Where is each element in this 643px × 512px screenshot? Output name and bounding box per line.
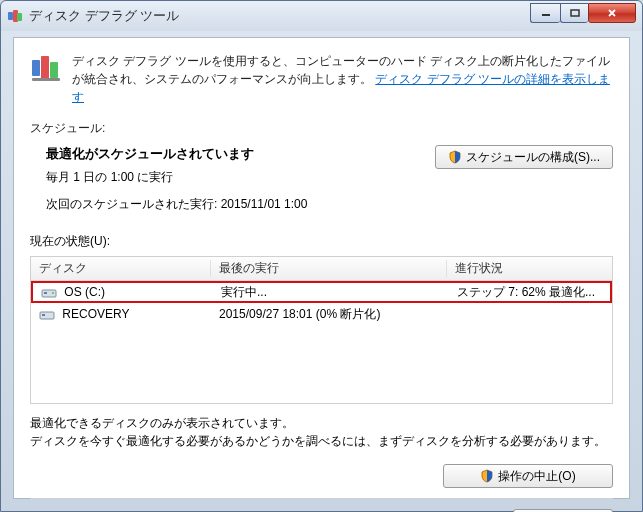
disk-list[interactable]: ディスク 最後の実行 進行状況 OS (C:) 実行中... ステップ 7: 6…	[30, 256, 613, 404]
window-frame: ディスク デフラグ ツール ディスク	[0, 0, 643, 512]
disk-name: RECOVERY	[62, 307, 129, 321]
column-last-run[interactable]: 最後の実行	[211, 260, 447, 277]
stop-button[interactable]: 操作の中止(O)	[443, 464, 613, 488]
window-title: ディスク デフラグ ツール	[29, 7, 530, 25]
app-icon	[7, 8, 23, 24]
drive-icon	[39, 307, 55, 321]
schedule-info: 最適化がスケジュールされています 毎月 1 日の 1:00 に実行 次回のスケジ…	[30, 145, 307, 227]
svg-rect-0	[8, 12, 13, 20]
schedule-next-run: 次回のスケジュールされた実行: 2015/11/01 1:00	[46, 196, 307, 213]
svg-point-11	[52, 292, 54, 294]
intro-section: ディスク デフラグ ツールを使用すると、コンピューターのハード ディスク上の断片…	[30, 52, 613, 106]
disk-row[interactable]: RECOVERY 2015/09/27 18:01 (0% 断片化)	[31, 303, 612, 325]
svg-rect-6	[41, 56, 49, 80]
close-button[interactable]	[588, 3, 636, 23]
status-label: 現在の状態(U):	[30, 233, 613, 250]
action-row: 操作の中止(O)	[30, 464, 613, 488]
drive-icon	[41, 285, 57, 299]
svg-rect-10	[44, 292, 47, 294]
schedule-frequency: 毎月 1 日の 1:00 に実行	[46, 169, 307, 186]
disk-list-header: ディスク 最後の実行 進行状況	[31, 257, 612, 281]
configure-schedule-button[interactable]: スケジュールの構成(S)...	[435, 145, 613, 169]
window-buttons	[530, 9, 636, 23]
svg-rect-3	[542, 14, 550, 16]
footnote-line1: 最適化できるディスクのみが表示されています。	[30, 414, 613, 432]
column-progress[interactable]: 進行状況	[447, 260, 612, 277]
shield-icon	[448, 150, 462, 164]
schedule-row: 最適化がスケジュールされています 毎月 1 日の 1:00 に実行 次回のスケジ…	[30, 145, 613, 227]
divider	[30, 498, 613, 499]
shield-icon	[480, 469, 494, 483]
configure-schedule-label: スケジュールの構成(S)...	[466, 149, 600, 166]
footnote-line2: ディスクを今すぐ最適化する必要があるかどうかを調べるには、まずディスクを分析する…	[30, 432, 613, 450]
svg-rect-7	[50, 62, 58, 78]
svg-rect-2	[17, 13, 22, 21]
column-disk[interactable]: ディスク	[31, 260, 211, 277]
defrag-icon	[30, 52, 62, 84]
svg-rect-5	[32, 60, 40, 76]
svg-rect-8	[32, 78, 60, 81]
content-area: ディスク デフラグ ツールを使用すると、コンピューターのハード ディスク上の断片…	[13, 37, 630, 499]
disk-row[interactable]: OS (C:) 実行中... ステップ 7: 62% 最適化...	[31, 281, 612, 303]
minimize-button[interactable]	[530, 3, 560, 23]
schedule-title: 最適化がスケジュールされています	[46, 145, 307, 163]
titlebar[interactable]: ディスク デフラグ ツール	[1, 1, 642, 31]
schedule-label: スケジュール:	[30, 120, 613, 137]
maximize-button[interactable]	[560, 3, 588, 23]
intro-text: ディスク デフラグ ツールを使用すると、コンピューターのハード ディスク上の断片…	[72, 52, 613, 106]
disk-progress: ステップ 7: 62% 最適化...	[449, 284, 610, 301]
svg-rect-4	[571, 10, 579, 16]
disk-name: OS (C:)	[64, 285, 105, 299]
stop-button-label: 操作の中止(O)	[498, 468, 575, 485]
disk-last-run: 実行中...	[213, 284, 449, 301]
disk-last-run: 2015/09/27 18:01 (0% 断片化)	[211, 306, 447, 323]
footnote: 最適化できるディスクのみが表示されています。 ディスクを今すぐ最適化する必要があ…	[30, 414, 613, 450]
svg-rect-13	[42, 314, 45, 316]
